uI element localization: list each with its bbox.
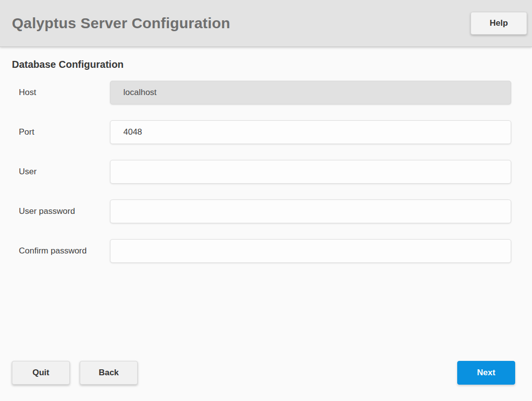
host-input (110, 81, 511, 104)
form-row-user: User (12, 160, 511, 184)
user-input[interactable] (110, 160, 511, 184)
confirm-password-input[interactable] (110, 239, 511, 263)
port-input[interactable] (110, 120, 511, 144)
user-password-input[interactable] (110, 200, 511, 223)
form-row-port: Port (12, 120, 511, 144)
form-row-confirm-password: Confirm password (12, 239, 511, 263)
next-button[interactable]: Next (457, 361, 515, 385)
footer-actions: Quit Back Next (12, 361, 511, 385)
main-content: Database Configuration Host Port User Us… (0, 47, 532, 401)
back-button[interactable]: Back (80, 361, 138, 385)
quit-button[interactable]: Quit (12, 361, 70, 385)
form-row-host: Host (12, 81, 511, 104)
confirm-password-label: Confirm password (12, 246, 110, 256)
section-title: Database Configuration (12, 59, 511, 70)
port-label: Port (12, 127, 110, 137)
host-label: Host (12, 88, 110, 98)
form-row-user-password: User password (12, 200, 511, 223)
qalyptus-config-window: Qalyptus Server Configuration Help Datab… (0, 0, 532, 401)
user-label: User (12, 167, 110, 177)
help-button[interactable]: Help (471, 12, 527, 35)
header: Qalyptus Server Configuration Help (0, 0, 532, 47)
user-password-label: User password (12, 206, 110, 216)
page-title: Qalyptus Server Configuration (12, 15, 230, 32)
